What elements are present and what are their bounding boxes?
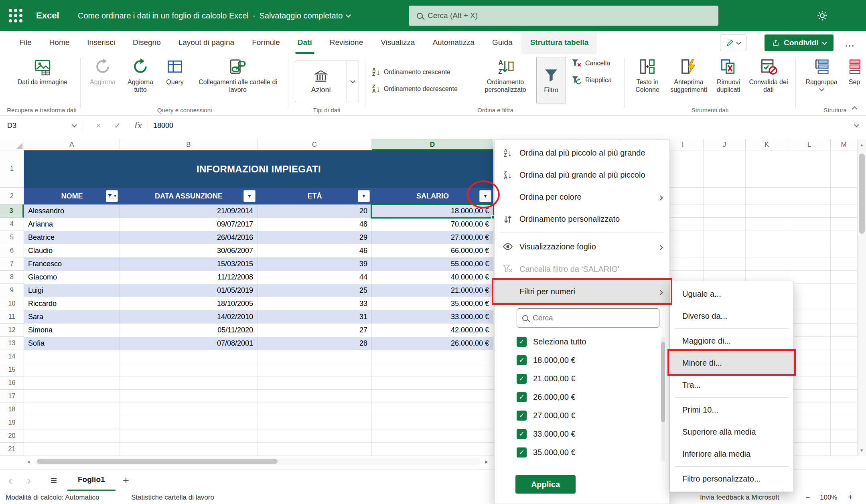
row-header-10[interactable]: 10 <box>0 297 24 310</box>
cell-D7[interactable]: 55.000,00 € <box>372 257 493 271</box>
workbook-stats-button[interactable]: Statistiche cartella di lavoro <box>131 491 214 504</box>
cell-D13[interactable]: 26.000,00 € <box>372 337 493 350</box>
data-types-actions-button[interactable]: Azioni <box>295 61 359 102</box>
share-button[interactable]: Condividi <box>765 34 834 51</box>
filter-value-item-27-000-00[interactable]: ✓27.000,00 € <box>517 406 669 425</box>
tab-visualizza[interactable]: Visualizza <box>372 31 424 54</box>
tab-inserisci[interactable]: Inserisci <box>78 31 124 54</box>
menu-item-custom-sort[interactable]: Ordinamento personalizzato <box>495 208 669 230</box>
submenu-item-diverso-da[interactable]: Diverso da... <box>670 305 793 327</box>
cell-B3[interactable]: 21/09/2014 <box>120 204 258 218</box>
checkbox-checked-icon[interactable]: ✓ <box>517 392 527 402</box>
menu-item-number-filters[interactable]: Filtri per numeri <box>495 280 669 303</box>
calc-mode-status[interactable]: Modalità di calcolo: Automatico <box>6 491 99 504</box>
document-title[interactable]: Come ordinare i dati in un foglio di cal… <box>78 0 350 31</box>
refresh-all-button[interactable]: Aggiorna tutto <box>121 58 160 93</box>
confirm-entry-button[interactable]: ✓ <box>109 118 126 133</box>
checkbox-checked-icon[interactable]: ✓ <box>517 411 527 421</box>
cell-A7[interactable]: Francesco <box>24 257 120 271</box>
header-cell-eta[interactable]: ETÀ ▼ <box>258 188 372 204</box>
reapply-filter-button[interactable]: Riapplica <box>571 73 612 87</box>
cell-C4[interactable]: 48 <box>258 218 372 231</box>
cell-A11[interactable]: Sara <box>24 310 120 324</box>
vertical-scrollbar[interactable]: ▲ ▼ <box>857 139 866 456</box>
column-header-J[interactable]: J <box>704 139 746 150</box>
row-header-16[interactable]: 16 <box>0 376 24 390</box>
row-header-1[interactable]: 1 <box>0 150 24 188</box>
cell-C5[interactable]: 29 <box>258 231 372 244</box>
cell-B9[interactable]: 01/05/2019 <box>120 284 258 297</box>
checkbox-checked-icon[interactable]: ✓ <box>517 337 527 347</box>
cell-B10[interactable]: 18/10/2005 <box>120 297 258 310</box>
cell-D3[interactable]: 18.000,00 € <box>372 204 493 218</box>
cell-D5[interactable]: 27.000,00 € <box>372 231 493 244</box>
filter-list-scroll-thumb[interactable] <box>661 342 665 422</box>
column-header-B[interactable]: B <box>120 139 258 150</box>
previous-sheet-button[interactable]: ‹ <box>2 470 18 491</box>
row-header-6[interactable]: 6 <box>0 244 24 257</box>
data-validation-button[interactable]: Convalida dei dati <box>747 58 790 93</box>
sheet-tab-foglio1[interactable]: Foglio1 <box>67 470 116 491</box>
submenu-item-primi-10[interactable]: Primi 10... <box>670 399 793 421</box>
filter-button-nome[interactable]: ▼ <box>106 190 118 202</box>
group-rows-button[interactable]: Raggruppa <box>801 58 842 91</box>
flash-fill-button[interactable]: Anteprima suggerimenti <box>668 58 709 93</box>
cell-C11[interactable]: 31 <box>258 310 372 324</box>
scroll-down-arrow[interactable]: ▼ <box>858 445 866 455</box>
insert-function-button[interactable]: fx <box>129 118 146 133</box>
cell-C7[interactable]: 39 <box>258 257 372 271</box>
column-header-M[interactable]: M <box>831 139 857 150</box>
text-to-columns-button[interactable]: Testo in Colonne <box>628 58 667 93</box>
tab-disegno[interactable]: Disegno <box>124 31 170 54</box>
filter-value-item-33-000-00[interactable]: ✓33.000,00 € <box>517 425 669 443</box>
row-header-12[interactable]: 12 <box>0 324 24 337</box>
scroll-right-arrow[interactable]: ▶ <box>482 458 491 465</box>
row-header-7[interactable]: 7 <box>0 257 24 271</box>
column-header-A[interactable]: A <box>24 139 120 150</box>
filter-value-item-35-000-00[interactable]: ✓35.000,00 € <box>517 443 669 461</box>
horizontal-scroll-thumb[interactable] <box>37 459 278 464</box>
vertical-scroll-thumb[interactable] <box>859 154 865 234</box>
search-box[interactable]: Cerca (Alt + X) <box>409 6 718 26</box>
remove-duplicates-button[interactable]: Rimuovi duplicati <box>710 58 747 93</box>
row-header-19[interactable]: 19 <box>0 416 24 429</box>
scroll-left-arrow[interactable]: ◀ <box>24 458 33 465</box>
filter-button-eta[interactable]: ▼ <box>358 190 370 202</box>
checkbox-checked-icon[interactable]: ✓ <box>517 355 527 365</box>
filter-value-item-18-000-00[interactable]: ✓18.000,00 € <box>517 351 669 369</box>
zoom-level[interactable]: 100% <box>820 491 837 504</box>
filter-list-scrollbar[interactable] <box>661 337 665 461</box>
cell-A5[interactable]: Beatrice <box>24 231 120 244</box>
row-header-11[interactable]: 11 <box>0 310 24 324</box>
more-options-button[interactable]: … <box>841 35 858 51</box>
sort-descending-button[interactable]: ZA↓ Ordinamento decrescente <box>372 82 458 96</box>
cell-B5[interactable]: 26/04/2016 <box>120 231 258 244</box>
feedback-link[interactable]: Invia feedback a Microsoft <box>700 491 779 504</box>
next-sheet-button[interactable]: › <box>21 470 37 491</box>
submenu-item-inferiore-alla-media[interactable]: Inferiore alla media <box>670 443 793 465</box>
filter-button-data-assunzione[interactable]: ▼ <box>243 190 256 202</box>
menu-item-sort-by-color[interactable]: Ordina per colore <box>495 186 669 208</box>
cell-A3[interactable]: Alessandro <box>24 204 120 218</box>
cell-C10[interactable]: 33 <box>258 297 372 310</box>
name-box[interactable]: D3 <box>2 118 81 133</box>
cell-D9[interactable]: 21.000,00 € <box>372 284 493 297</box>
header-cell-nome[interactable]: NOME ▼ <box>24 188 120 204</box>
row-header-21[interactable]: 21 <box>0 443 24 456</box>
tab-dati[interactable]: Dati <box>289 31 321 54</box>
row-header-20[interactable]: 20 <box>0 429 24 443</box>
cell-D6[interactable]: 66.000,00 € <box>372 244 493 257</box>
cell-B4[interactable]: 09/07/2017 <box>120 218 258 231</box>
data-from-image-button[interactable]: Dati da immagine <box>12 58 73 86</box>
tab-home[interactable]: Home <box>41 31 79 54</box>
cell-A10[interactable]: Riccardo <box>24 297 120 310</box>
column-header-D[interactable]: D <box>372 139 493 150</box>
sort-ascending-button[interactable]: AZ↓ Ordinamento crescente <box>372 65 450 79</box>
zoom-in-button[interactable]: + <box>845 491 856 504</box>
cell-B8[interactable]: 11/12/2008 <box>120 271 258 284</box>
tab-layout-di-pagina[interactable]: Layout di pagina <box>170 31 243 54</box>
filter-value-item-seleziona-tutto[interactable]: ✓Seleziona tutto <box>517 332 669 351</box>
add-sheet-button[interactable]: + <box>117 470 135 491</box>
cell-C12[interactable]: 27 <box>258 324 372 337</box>
submenu-item-tra[interactable]: Tra... <box>670 374 793 396</box>
